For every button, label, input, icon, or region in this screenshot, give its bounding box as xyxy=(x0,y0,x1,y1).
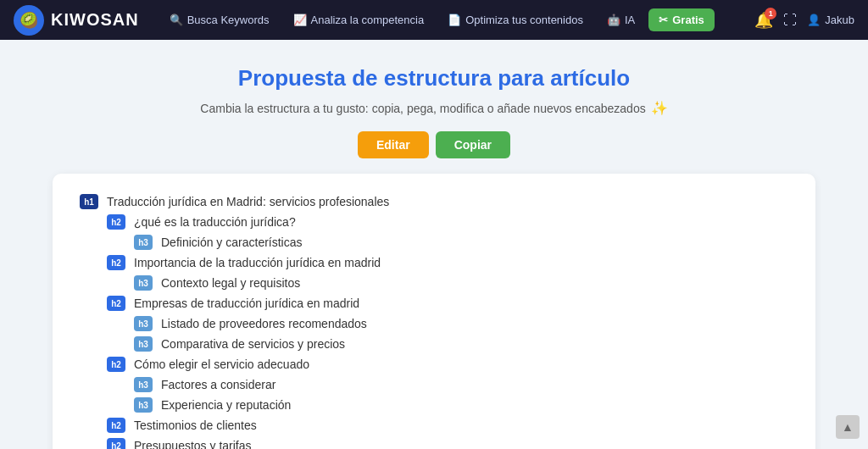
nav-label-optimiza: Optimiza tus contenidos xyxy=(465,14,583,26)
structure-row-h3-2: h3Contexto legal y requisitos xyxy=(134,275,788,291)
nav-right: 🔔 1 ⛶ 👤 Jakub xyxy=(754,11,854,30)
nav-label-gratis: Gratis xyxy=(672,14,704,26)
heading-text-h2-3: Empresas de traducción jurídica en madri… xyxy=(134,297,359,310)
nav-item-optimiza-contenidos[interactable]: 📄 Optimiza tus contenidos xyxy=(437,8,593,31)
nav-item-busca-keywords[interactable]: 🔍 Busca Keywords xyxy=(159,8,280,31)
top-navigation: 🥝 KIWOSAN 🔍 Busca Keywords 📈 Analiza la … xyxy=(0,0,868,40)
fullscreen-button[interactable]: ⛶ xyxy=(783,13,797,28)
main-content: Propuesta de estructura para artículo Ca… xyxy=(0,40,868,449)
heading-badge-h2-1: h2 xyxy=(107,214,125,230)
editar-button[interactable]: Editar xyxy=(358,131,429,158)
nav-item-gratis[interactable]: ✂ Gratis xyxy=(648,8,715,31)
scroll-to-top-button[interactable]: ▲ xyxy=(836,415,860,439)
heading-text-h3-5: Factores a considerar xyxy=(161,378,275,391)
chart-icon: 📈 xyxy=(293,14,307,26)
logo-icon: 🥝 xyxy=(14,5,44,36)
structure-card: h1Traducción jurídica en Madrid: servici… xyxy=(53,174,815,449)
heading-badge-h3-2: h3 xyxy=(134,275,153,291)
document-icon: 📄 xyxy=(448,14,461,26)
nav-label-ia: IA xyxy=(625,14,635,26)
heading-badge-h3-5: h3 xyxy=(134,377,153,392)
heading-badge-h2-4: h2 xyxy=(107,357,125,372)
page-subtitle: Cambia la estructura a tu gusto: copia, … xyxy=(200,100,667,116)
heading-text-h3-4: Comparativa de servicios y precios xyxy=(161,337,345,351)
nav-item-analiza-competencia[interactable]: 📈 Analiza la competencia xyxy=(283,8,435,31)
nav-item-ia[interactable]: 🤖 IA xyxy=(597,8,645,31)
nav-label-analiza: Analiza la competencia xyxy=(311,14,425,26)
user-menu[interactable]: 👤 Jakub xyxy=(807,14,854,26)
heading-text-h3-2: Contexto legal y requisitos xyxy=(161,276,300,290)
heading-badge-h2-5: h2 xyxy=(107,418,125,433)
user-icon: 👤 xyxy=(807,14,821,26)
heading-text-h3-6: Experiencia y reputación xyxy=(161,398,291,412)
heading-text-h3-3: Listado de proveedores recomendados xyxy=(161,317,367,330)
structure-row-h3-6: h3Experiencia y reputación xyxy=(134,397,788,413)
scissors-icon: ✂ xyxy=(659,14,668,26)
heading-text-h2-1: ¿qué es la traducción jurídica? xyxy=(134,215,296,229)
heading-badge-h2-2: h2 xyxy=(107,255,125,270)
structure-row-h2-5: h2Testimonios de clientes xyxy=(107,418,788,433)
heading-text-h3-1: Definición y características xyxy=(161,236,303,249)
structure-row-h3-3: h3Listado de proveedores recomendados xyxy=(134,316,788,331)
page-title: Propuesta de estructura para artículo xyxy=(238,65,630,91)
heading-text-h2-4: Cómo elegir el servicio adecuado xyxy=(134,358,309,371)
nav-label-busca-keywords: Busca Keywords xyxy=(187,14,270,26)
user-name: Jakub xyxy=(825,14,854,26)
heading-badge-h3-4: h3 xyxy=(134,336,153,352)
heading-text-h2-2: Importancia de la traducción jurídica en… xyxy=(134,256,381,269)
structure-row-h2-1: h2¿qué es la traducción jurídica? xyxy=(107,214,788,230)
heading-badge-h2-6: h2 xyxy=(107,438,125,449)
structure-row-h3-4: h3Comparativa de servicios y precios xyxy=(134,336,788,352)
search-icon: 🔍 xyxy=(170,14,183,26)
subtitle-text: Cambia la estructura a tu gusto: copia, … xyxy=(200,102,645,115)
structure-row-h2-6: h2Presupuestos y tarifas xyxy=(107,438,788,449)
heading-badge-h1-main: h1 xyxy=(80,194,98,209)
notification-badge: 1 xyxy=(765,8,776,19)
structure-list: h1Traducción jurídica en Madrid: servici… xyxy=(80,194,788,449)
notification-bell[interactable]: 🔔 1 xyxy=(754,11,773,30)
structure-row-h2-4: h2Cómo elegir el servicio adecuado xyxy=(107,357,788,372)
action-buttons: Editar Copiar xyxy=(358,131,510,158)
structure-row-h3-1: h3Definición y características xyxy=(134,235,788,250)
logo[interactable]: 🥝 KIWOSAN xyxy=(14,5,139,36)
heading-badge-h3-6: h3 xyxy=(134,397,153,413)
structure-row-h2-3: h2Empresas de traducción jurídica en mad… xyxy=(107,296,788,311)
heading-text-h2-5: Testimonios de clientes xyxy=(134,419,257,432)
copiar-button[interactable]: Copiar xyxy=(436,131,510,158)
heading-badge-h2-3: h2 xyxy=(107,296,125,311)
structure-row-h1-main: h1Traducción jurídica en Madrid: servici… xyxy=(80,194,788,209)
heading-text-h2-6: Presupuestos y tarifas xyxy=(134,439,252,449)
logo-text: KIWOSAN xyxy=(51,10,139,30)
robot-icon: 🤖 xyxy=(607,14,620,26)
heading-badge-h3-3: h3 xyxy=(134,316,153,331)
sparkle-icon: ✨ xyxy=(651,100,668,116)
heading-badge-h3-1: h3 xyxy=(134,235,153,250)
nav-items: 🔍 Busca Keywords 📈 Analiza la competenci… xyxy=(159,8,755,31)
structure-row-h3-5: h3Factores a considerar xyxy=(134,377,788,392)
structure-row-h2-2: h2Importancia de la traducción jurídica … xyxy=(107,255,788,270)
heading-text-h1-main: Traducción jurídica en Madrid: servicios… xyxy=(107,195,389,208)
